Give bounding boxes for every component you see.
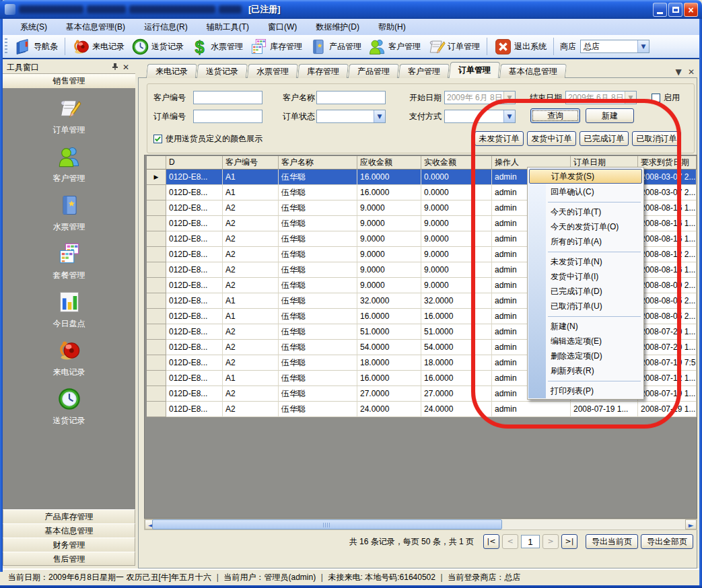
table-cell: 2008-07-19 1... (638, 402, 697, 417)
maximize-icon[interactable] (668, 3, 682, 17)
chevron-down-icon[interactable]: ▼ (673, 67, 684, 77)
tab-订单管理[interactable]: 订单管理 (449, 62, 501, 78)
toolbar-button-exit[interactable]: 退出系统 (491, 36, 550, 57)
status-filter-button[interactable]: 未发货订单 (475, 131, 524, 146)
table-cell: 012D-E8... (166, 185, 223, 200)
toolbar-button-call-log[interactable]: 来电记录 (69, 36, 128, 57)
end-date-picker[interactable]: 2009年 6月 8日 ▼ (565, 91, 637, 104)
menubar-item[interactable]: 系统(S) (11, 19, 57, 35)
prev-page-button[interactable]: < (502, 534, 518, 549)
menubar-item[interactable]: 基本信息管理(B) (57, 19, 135, 35)
context-menu-item[interactable]: 删除选定项(D) (528, 348, 643, 363)
sidebar-section-sales[interactable]: 销售管理 (3, 74, 135, 89)
menubar-item[interactable]: 数据维护(D) (306, 19, 369, 35)
toolbar-button-navigator[interactable]: 导航条 (10, 36, 61, 57)
sidebar-item[interactable]: 送货记录 (53, 387, 85, 427)
sidebar-item[interactable]: 套餐管理 (53, 242, 85, 281)
context-menu-item[interactable]: 所有的订单(A) (528, 234, 643, 249)
scrollbar-thumb[interactable] (152, 519, 502, 529)
page-number-input[interactable] (521, 535, 540, 548)
sidebar-section-bar[interactable]: 产品库存管理 (3, 509, 135, 523)
export-all-pages-button[interactable]: 导出全部页 (641, 534, 693, 549)
first-page-button[interactable]: |< (483, 534, 499, 549)
chevron-down-icon[interactable]: ▼ (503, 110, 515, 122)
column-header[interactable]: 应收金额 (357, 156, 421, 170)
menubar-item[interactable]: 窗口(W) (258, 19, 306, 35)
context-menu-item[interactable]: 未发货订单(N) (528, 254, 643, 269)
context-menu-item[interactable]: 今天的订单(T) (528, 205, 643, 219)
minimize-icon[interactable] (653, 3, 667, 17)
sidebar-section-bar[interactable]: 财务管理 (3, 538, 135, 552)
context-menu-item[interactable]: 发货中订单(I) (528, 269, 643, 284)
chevron-down-icon[interactable]: ▼ (637, 40, 649, 52)
context-menu-item[interactable]: 订单发货(S) (529, 169, 642, 184)
start-date-picker[interactable]: 2009年 6月 8日 ▼ (444, 91, 516, 104)
tab-来电记录[interactable]: 来电记录 (146, 64, 197, 78)
enable-checkbox[interactable]: 启用 (652, 92, 680, 104)
toolbar-grip[interactable] (5, 38, 7, 54)
scroll-right-icon[interactable]: ► (685, 519, 697, 529)
delivery-color-checkbox[interactable]: 使用送货员定义的颜色展示 (153, 133, 262, 145)
toolbar-button-inventory[interactable]: 库存管理 (246, 36, 306, 57)
tab-基本信息管理[interactable]: 基本信息管理 (499, 64, 567, 78)
tab-客户管理[interactable]: 客户管理 (398, 64, 450, 78)
column-header[interactable]: 实收金额 (421, 156, 492, 170)
column-header[interactable]: D (166, 156, 223, 170)
sidebar-section-bar[interactable]: 售后管理 (3, 552, 135, 566)
order-code-input[interactable] (193, 110, 262, 123)
sidebar-item[interactable]: 今日盘点 (53, 290, 85, 330)
tab-库存管理[interactable]: 库存管理 (297, 64, 349, 78)
tab-产品管理[interactable]: 产品管理 (348, 64, 399, 78)
checkbox-box[interactable] (652, 94, 660, 102)
checkbox-box[interactable] (153, 135, 162, 143)
context-menu-item[interactable]: 刷新列表(R) (528, 363, 643, 378)
menubar-item[interactable]: 帮助(H) (369, 19, 415, 35)
tab-水票管理[interactable]: 水票管理 (247, 64, 298, 78)
menubar-item[interactable]: 运行信息(R) (135, 19, 197, 35)
shop-select[interactable]: 总店 ▼ (580, 40, 650, 53)
status-filter-button[interactable]: 已取消订单 (632, 131, 681, 146)
context-menu-item[interactable]: 已取消订单(U) (528, 299, 643, 314)
toolbar-button-water-ticket[interactable]: $水票管理 (187, 36, 246, 57)
sidebar-section-bar[interactable]: 基本信息管理 (3, 523, 135, 538)
table-row[interactable]: 012D-E8...A2伍华聪24.000024.0000admin2008-0… (147, 402, 697, 417)
menubar-item[interactable]: 辅助工具(T) (197, 19, 258, 35)
toolbar-button-customer[interactable]: 客户管理 (365, 36, 424, 57)
close-icon[interactable]: × (684, 3, 698, 17)
chevron-down-icon[interactable]: ▼ (625, 91, 636, 104)
context-menu-item[interactable]: 今天的发货订单(O) (528, 219, 643, 234)
toolbar-button-product[interactable]: 产品管理 (306, 36, 365, 57)
customer-code-input[interactable] (193, 91, 262, 104)
customer-name-input[interactable] (316, 91, 386, 104)
chevron-down-icon[interactable]: ▼ (374, 110, 385, 122)
export-current-page-button[interactable]: 导出当前页 (586, 534, 638, 549)
next-page-button[interactable]: > (542, 534, 559, 549)
toolbar-button-delivery-log[interactable]: 送货记录 (128, 36, 187, 57)
column-header[interactable]: 要求到货日期 (638, 156, 697, 170)
context-menu-item[interactable]: 回单确认(C) (528, 184, 643, 199)
chevron-down-icon[interactable]: ▼ (503, 91, 515, 104)
sidebar-item[interactable]: 来电记录 (53, 338, 85, 378)
order-status-select[interactable]: ▼ (316, 110, 386, 123)
status-filter-button[interactable]: 已完成订单 (580, 131, 629, 146)
new-button[interactable]: 新建 (586, 108, 634, 123)
context-menu-item[interactable]: 打印列表(P) (528, 383, 643, 398)
status-filter-button[interactable]: 发货中订单 (527, 131, 576, 146)
column-header[interactable]: 客户名称 (279, 156, 357, 170)
close-icon[interactable]: ✕ (120, 63, 131, 72)
pin-icon[interactable] (110, 63, 120, 72)
pay-method-select[interactable]: ▼ (444, 110, 516, 123)
context-menu-item[interactable]: 编辑选定项(E) (528, 334, 643, 348)
tab-送货记录[interactable]: 送货记录 (197, 64, 248, 78)
sidebar-item[interactable]: 客户管理 (53, 145, 85, 184)
close-icon[interactable]: ✕ (686, 67, 697, 77)
context-menu-item[interactable]: 新建(N) (528, 319, 643, 334)
horizontal-scrollbar[interactable]: ◄ ► (144, 519, 697, 530)
context-menu-item[interactable]: 已完成订单(D) (528, 284, 643, 299)
toolbar-button-order[interactable]: 订单管理 (424, 36, 483, 57)
query-button[interactable]: 查询 (530, 108, 580, 123)
sidebar-item[interactable]: 水票管理 (53, 193, 85, 233)
last-page-button[interactable]: >| (561, 534, 577, 549)
sidebar-item[interactable]: 订单管理 (53, 96, 85, 136)
column-header[interactable]: 客户编号 (223, 156, 279, 170)
